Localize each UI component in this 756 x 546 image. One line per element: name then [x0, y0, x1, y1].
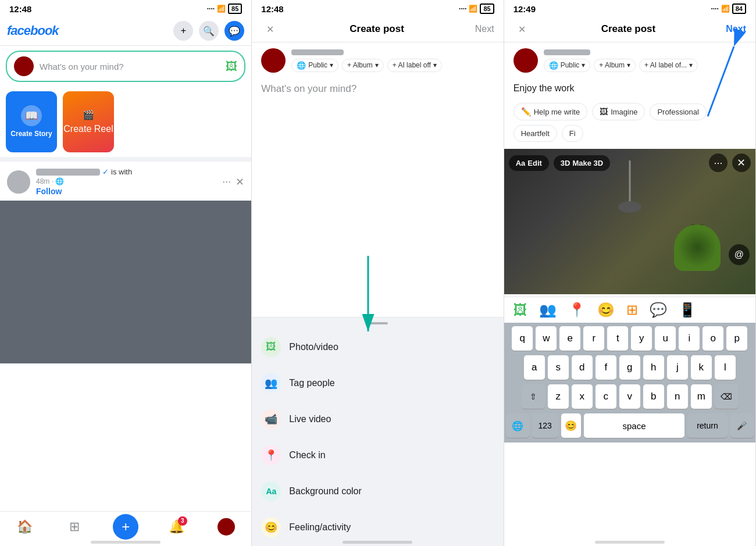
key-u[interactable]: u — [655, 326, 676, 351]
option-tag-people[interactable]: 👥 Tag people — [252, 365, 503, 401]
mention-button[interactable]: @ — [729, 244, 750, 265]
key-y[interactable]: y — [631, 326, 652, 351]
key-space[interactable]: space — [584, 413, 684, 438]
post-avatar-2 — [261, 48, 286, 73]
key-z[interactable]: z — [548, 384, 569, 409]
photo-media-icon[interactable]: 🖼 — [513, 302, 527, 318]
key-shift[interactable]: ⇧ — [522, 384, 545, 409]
search-icon[interactable]: 🔍 — [199, 21, 219, 41]
chip-album[interactable]: + Album ▾ — [342, 59, 384, 72]
chip-ai-3[interactable]: + AI label of... ▾ — [639, 59, 698, 72]
notification-badge: 3 — [178, 516, 187, 526]
make3d-button[interactable]: 3D Make 3D — [554, 155, 610, 171]
key-s[interactable]: s — [548, 355, 569, 380]
post-user-row-2: 🌐 Public ▾ + Album ▾ + AI label off ▾ — [252, 42, 503, 78]
professional-button[interactable]: Professional — [650, 104, 707, 120]
more-icon[interactable]: ··· — [222, 176, 231, 188]
imagine-icon: 🖼 — [600, 107, 608, 116]
key-x[interactable]: x — [572, 384, 593, 409]
key-f[interactable]: f — [595, 355, 616, 380]
nav-bell[interactable]: 🔔 3 — [165, 515, 188, 538]
key-r[interactable]: r — [583, 326, 604, 351]
tag-media-icon[interactable]: 👥 — [539, 302, 557, 318]
key-i[interactable]: i — [679, 326, 700, 351]
key-e[interactable]: e — [559, 326, 580, 351]
post-box[interactable]: What's on your mind? 🖼 — [6, 51, 245, 82]
nav-grid[interactable]: ⊞ — [63, 515, 86, 538]
tag-people-icon: 👥 — [261, 373, 281, 393]
close-button-3[interactable]: ✕ — [513, 24, 531, 35]
close-feed-icon[interactable]: ✕ — [236, 176, 244, 188]
option-background-color[interactable]: Aa Background color — [252, 473, 503, 509]
post-textarea-2[interactable]: What's on your mind? — [252, 78, 503, 317]
next-button-2[interactable]: Next — [475, 24, 494, 34]
option-check-in[interactable]: 📍 Check in — [252, 437, 503, 473]
option-photo-video[interactable]: 🖼 Photo/video — [252, 329, 503, 365]
chip-public-label-3: Public — [561, 61, 580, 69]
key-j[interactable]: j — [667, 355, 688, 380]
key-c[interactable]: c — [595, 384, 616, 409]
key-l[interactable]: l — [715, 355, 736, 380]
create-reel-button[interactable]: 🎬 Create Reel — [63, 91, 114, 152]
key-n[interactable]: n — [667, 384, 688, 409]
editor-more-button[interactable]: ··· — [709, 154, 728, 172]
key-m[interactable]: m — [691, 384, 712, 409]
key-o[interactable]: o — [702, 326, 723, 351]
key-mic[interactable]: 🎤 — [730, 413, 754, 438]
chip-public[interactable]: 🌐 Public ▾ — [291, 59, 338, 72]
key-num[interactable]: 123 — [532, 413, 558, 438]
post-content-text[interactable]: Enjoy the work — [504, 78, 755, 98]
time-1: 12:48 — [9, 4, 31, 14]
nav-profile[interactable] — [215, 515, 238, 538]
option-live-video[interactable]: 📹 Live video — [252, 401, 503, 437]
nav-home[interactable]: 🏠 — [13, 515, 37, 538]
follow-button[interactable]: Follow — [36, 187, 216, 196]
key-h[interactable]: h — [643, 355, 664, 380]
post-placeholder-2: What's on your mind? — [261, 83, 356, 94]
time-ago: 48m — [36, 177, 49, 185]
key-p[interactable]: p — [726, 326, 747, 351]
close-button-2[interactable]: ✕ — [261, 24, 279, 35]
imagine-button[interactable]: 🖼 Imagine — [592, 103, 645, 120]
emoji-media-icon[interactable]: 😊 — [597, 302, 615, 318]
feed-name-row: ✓ is with — [36, 167, 216, 176]
key-q[interactable]: q — [512, 326, 533, 351]
post-chips-2: 🌐 Public ▾ + Album ▾ + AI label off ▾ — [291, 59, 494, 72]
chip-ai-label[interactable]: + AI label off ▾ — [387, 59, 442, 72]
nav-add[interactable]: + — [113, 514, 138, 540]
messenger-media-icon[interactable]: 💬 — [650, 302, 667, 318]
key-globe[interactable]: 🌐 — [506, 413, 529, 438]
next-button-3[interactable]: Next — [726, 24, 746, 34]
messenger-icon[interactable]: 💬 — [224, 21, 244, 41]
battery-3: 84 — [732, 3, 746, 14]
create-story-button[interactable]: 📖 Create Story — [6, 91, 57, 152]
key-return[interactable]: return — [687, 413, 728, 438]
photo-video-icon: 🖼 — [261, 337, 281, 357]
lamp-wire — [629, 160, 630, 207]
chip-public-3[interactable]: 🌐 Public ▾ — [544, 59, 591, 72]
editor-close-button[interactable]: ✕ — [732, 154, 751, 172]
key-b[interactable]: b — [643, 384, 664, 409]
key-emoji[interactable]: 😊 — [561, 413, 582, 438]
key-g[interactable]: g — [619, 355, 640, 380]
add-icon[interactable]: + — [173, 21, 193, 41]
chip-album-3[interactable]: + Album ▾ — [594, 59, 636, 72]
heartfelt-button[interactable]: Heartfelt — [513, 125, 557, 142]
key-d[interactable]: d — [572, 355, 593, 380]
location-media-icon[interactable]: 📍 — [568, 302, 586, 318]
whatsapp-media-icon[interactable]: 📱 — [679, 302, 696, 318]
key-k[interactable]: k — [691, 355, 712, 380]
chip-album-label: + Album — [347, 61, 373, 69]
key-w[interactable]: w — [536, 326, 557, 351]
help-me-write-button[interactable]: ✏️ Help me write — [513, 103, 587, 120]
grid-media-icon[interactable]: ⊞ — [626, 302, 638, 318]
key-t[interactable]: t — [607, 326, 628, 351]
fi-button[interactable]: Fi — [562, 125, 583, 142]
key-v[interactable]: v — [619, 384, 640, 409]
status-icons-3: ···· 📶 84 — [711, 3, 746, 14]
key-a[interactable]: a — [524, 355, 545, 380]
option-feeling[interactable]: 😊 Feeling/activity — [252, 509, 503, 545]
edit-button[interactable]: Aa Edit — [509, 155, 549, 171]
wifi-icon-2: 📶 — [469, 5, 477, 13]
key-delete[interactable]: ⌫ — [715, 384, 738, 409]
